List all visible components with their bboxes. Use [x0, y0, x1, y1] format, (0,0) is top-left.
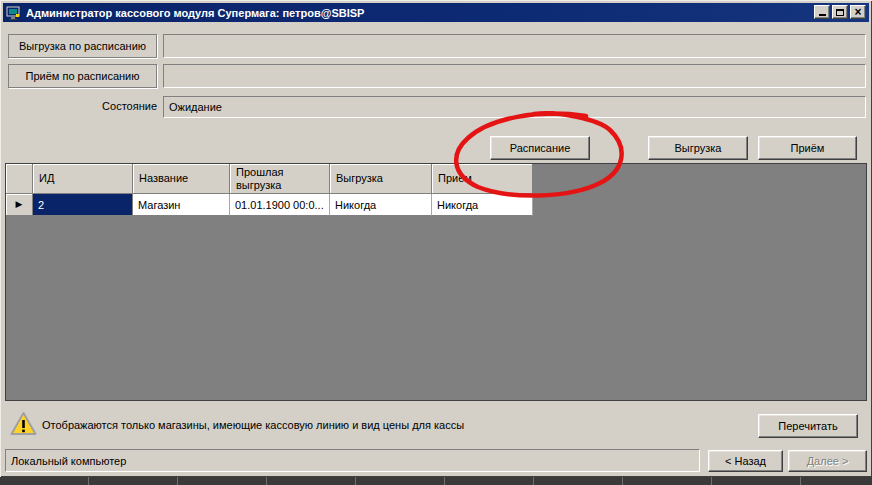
screen: Администратор кассового модуля Супермага… [0, 0, 872, 485]
row-selector-icon: ▶ [16, 200, 23, 209]
back-button[interactable]: < Назад [708, 450, 783, 472]
cell-last-upload[interactable]: 01.01.1900 00:0... [230, 194, 330, 216]
upload-button[interactable]: Выгрузка [648, 136, 748, 160]
schedule-button[interactable]: Расписание [490, 136, 590, 160]
next-button[interactable]: Далее > [788, 450, 867, 472]
upload-schedule-field [163, 34, 866, 58]
receive-schedule-field [163, 64, 866, 88]
table-header-row: ИД Название Прошлая выгрузка Выгрузка Пр… [6, 164, 866, 194]
status-bar: Локальный компьютер [5, 449, 700, 472]
minimize-icon [819, 14, 826, 16]
column-header-selector [6, 164, 33, 194]
app-icon [6, 5, 22, 21]
column-header-id[interactable]: ИД [33, 164, 133, 194]
table-row[interactable]: ▶ 2 Магазин 01.01.1900 00:0... Никогда Н… [6, 194, 866, 216]
column-header-last-upload[interactable]: Прошлая выгрузка [230, 164, 330, 194]
shops-table: ИД Название Прошлая выгрузка Выгрузка Пр… [5, 163, 867, 401]
state-label: Состояние [8, 100, 157, 112]
cell-receive[interactable]: Никогда [432, 194, 533, 216]
cell-upload[interactable]: Никогда [330, 194, 432, 216]
column-header-upload[interactable]: Выгрузка [330, 164, 432, 194]
row-selector-cell[interactable]: ▶ [6, 194, 33, 216]
column-header-receive[interactable]: Приём [432, 164, 533, 194]
window-title: Администратор кассового модуля Супермага… [26, 7, 364, 19]
column-header-name[interactable]: Название [133, 164, 230, 194]
close-button[interactable]: × [850, 5, 866, 19]
upload-schedule-button[interactable]: Выгрузка по расписанию [8, 34, 157, 58]
warning-text: Отображаются только магазины, имеющие ка… [42, 419, 464, 431]
minimize-button[interactable] [814, 5, 830, 19]
title-bar: Администратор кассового модуля Супермага… [3, 3, 869, 22]
cell-id[interactable]: 2 [33, 194, 133, 216]
maximize-icon [836, 9, 844, 16]
taskbar-strip [0, 477, 872, 485]
cell-name[interactable]: Магазин [133, 194, 230, 216]
close-icon: × [854, 7, 861, 17]
state-field: Ожидание [163, 96, 866, 118]
maximize-button[interactable] [832, 5, 848, 19]
receive-button[interactable]: Приём [758, 136, 857, 160]
warning-icon [10, 411, 37, 437]
reread-button[interactable]: Перечитать [758, 414, 858, 438]
receive-schedule-button[interactable]: Приём по расписанию [8, 64, 157, 88]
app-window: Администратор кассового модуля Супермага… [0, 0, 872, 477]
